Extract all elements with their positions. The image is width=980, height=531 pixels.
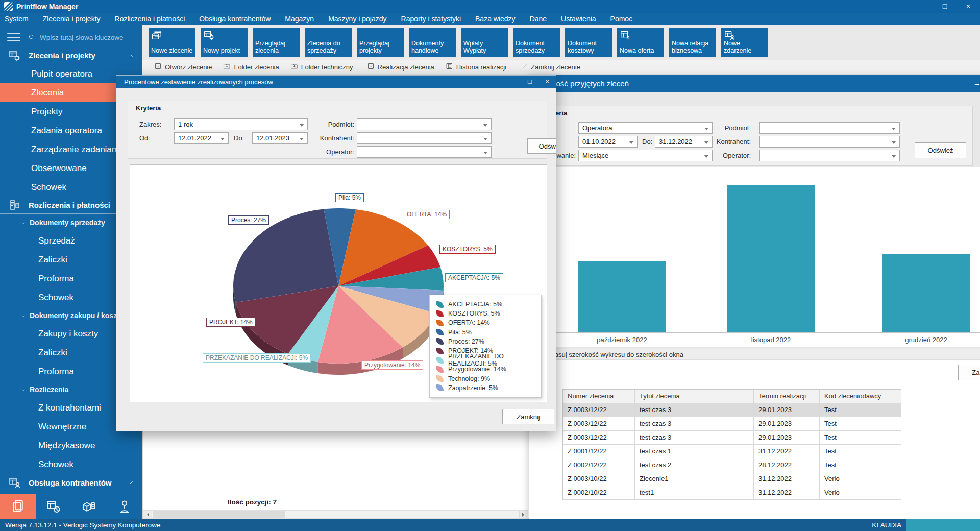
minimize-button[interactable]: – bbox=[504, 76, 521, 88]
date-to-picker[interactable]: 12.01.2023 bbox=[252, 132, 308, 144]
menu-item-pomoc[interactable]: Pomoc bbox=[603, 13, 640, 25]
kontrahent-dropdown[interactable] bbox=[760, 136, 900, 148]
list-icon bbox=[446, 62, 453, 71]
operator-dropdown[interactable] bbox=[760, 150, 900, 161]
search-icon bbox=[28, 33, 36, 41]
refresh-button[interactable]: Odśwież bbox=[527, 138, 556, 154]
toolbar-button-nowe-zlecenie[interactable]: Nowe zlecenie bbox=[149, 28, 195, 57]
toolbar-button-wpłaty-wypłaty[interactable]: Wpłaty Wypłaty bbox=[461, 28, 508, 57]
close-button[interactable]: × bbox=[957, 0, 980, 13]
action-zamknij-zlecenie[interactable]: Zamknij zlecenie bbox=[514, 60, 586, 74]
table-cell: Test bbox=[820, 445, 901, 458]
hamburger-icon[interactable] bbox=[7, 31, 20, 44]
bar-category-label: październik 2022 bbox=[578, 336, 666, 344]
scrollbar-thumb[interactable] bbox=[153, 511, 285, 518]
sidebar-footer-planning-icon[interactable] bbox=[36, 494, 71, 519]
table-cell: test czas 3 bbox=[635, 417, 754, 431]
table-cell: Z 0002/10/22 bbox=[563, 486, 635, 500]
toolbar-button-nowa-relacja-biznesowa[interactable]: Nowa relacja biznesowa bbox=[669, 28, 716, 57]
menu-item-rozliczenia-i-płatności[interactable]: Rozliczenia i płatności bbox=[108, 13, 192, 25]
toolbar-button-dokument-kosztowy[interactable]: Dokument kosztowy bbox=[565, 28, 612, 57]
pie-label-proces: Proces: 27% bbox=[228, 215, 269, 225]
items-count-label: Ilość pozycji: 7 bbox=[209, 498, 296, 506]
podmiot-dropdown[interactable] bbox=[357, 118, 492, 130]
toolbar-button-dokument-sprzedaży[interactable]: Dokument sprzedaży bbox=[513, 28, 560, 57]
scroll-left-button[interactable] bbox=[143, 511, 152, 518]
table-row[interactable]: Z 0002/10/22test131.12.2022Verlo bbox=[563, 486, 901, 500]
bar-category-label: grudzień 2022 bbox=[882, 336, 970, 344]
sidebar-section-zlecenia-i-projekty[interactable]: Zlecenia i projekty bbox=[0, 47, 142, 64]
close-icon[interactable]: × bbox=[538, 76, 556, 88]
toolbar-button-przeglądaj-zlecenia[interactable]: Przeglądaj zlecenia bbox=[253, 28, 300, 57]
date-from-picker[interactable]: 12.01.2022 bbox=[174, 132, 229, 144]
action-realizacja-zlecenia[interactable]: Realizacja zlecenia bbox=[361, 60, 440, 74]
toolbar-button-nowa-oferta[interactable]: $Nowa oferta bbox=[617, 28, 664, 57]
action-folder-zlecenia[interactable]: Folder zlecenia bbox=[217, 60, 284, 74]
sidebar-section-obsługa-kontrahentów[interactable]: Obsługa kontrahentów bbox=[0, 474, 142, 491]
table-row[interactable]: Z 0003/12/22test czas 329.01.2023Test bbox=[563, 431, 901, 445]
toolbar-button-dokumenty-handlowe[interactable]: Dokumenty handlowe bbox=[409, 28, 456, 57]
items-count-bar: Ilość pozycji: 7 bbox=[143, 496, 556, 509]
table-row[interactable]: Z 0001/12/22test czas 131.12.2022Test bbox=[563, 445, 901, 458]
scroll-right-button[interactable] bbox=[519, 511, 528, 518]
close-window-button[interactable]: Zamknij bbox=[958, 365, 980, 380]
zakres-dropdown[interactable]: 1 rok bbox=[174, 118, 308, 130]
grouping-dropdown[interactable]: Miesiące bbox=[578, 150, 713, 161]
order-actions-toolbar: Otwórz zlecenieFolder zleceniaFolder tec… bbox=[142, 60, 980, 74]
menu-item-dane[interactable]: Dane bbox=[523, 13, 554, 25]
menu-item-obsługa-kontrahentów[interactable]: Obsługa kontrahentów bbox=[192, 13, 278, 25]
folder-minus-icon bbox=[223, 62, 231, 71]
table-cell: Z 0001/12/22 bbox=[563, 445, 635, 458]
accepted-orders-title: Ilość przyjętych zleceń bbox=[552, 79, 629, 88]
sidebar-footer-documents-icon[interactable] bbox=[0, 494, 36, 519]
action-historia-realizacji[interactable]: Historia realizacji bbox=[440, 60, 512, 74]
menu-item-maszyny-i-pojazdy[interactable]: Maszyny i pojazdy bbox=[321, 13, 394, 25]
close-dialog-button[interactable]: Zamknij bbox=[502, 409, 554, 424]
table-row[interactable]: Z 0003/12/22test czas 329.01.2023Test bbox=[563, 403, 901, 417]
action-otwórz-zlecenie[interactable]: Otwórz zlecenie bbox=[149, 60, 217, 74]
minimize-button[interactable]: – bbox=[910, 0, 933, 13]
table-cell: 28.12.2022 bbox=[754, 458, 820, 472]
operator-label: Operator: bbox=[707, 152, 751, 159]
column-header[interactable]: Termin realizacji bbox=[754, 390, 820, 403]
menu-item-baza-wiedzy[interactable]: Baza wiedzy bbox=[468, 13, 523, 25]
menu-item-raporty-i-statystyki[interactable]: Raporty i statystyki bbox=[394, 13, 468, 25]
minimize-button[interactable]: – bbox=[966, 79, 980, 88]
date-to-picker[interactable]: 31.12.2022 bbox=[655, 136, 713, 148]
menu-item-system[interactable]: System bbox=[0, 13, 36, 25]
sidebar-footer-presentation-icon[interactable] bbox=[107, 494, 142, 519]
toolbar-button-przeglądaj-projekty[interactable]: Przeglądaj projekty bbox=[357, 28, 404, 57]
check-icon bbox=[520, 62, 528, 71]
report-mode-dropdown[interactable]: Operatora bbox=[578, 122, 713, 134]
orders-table: Numer zleceniaTytuł zleceniaTermin reali… bbox=[562, 389, 901, 500]
table-row[interactable]: Z 0003/12/22test czas 329.01.2023Test bbox=[563, 417, 901, 431]
toolbar-button-zlecenia-do-sprzedaży[interactable]: Zlecenia do sprzedaży bbox=[305, 28, 352, 57]
column-header[interactable]: Tytuł zlecenia bbox=[635, 390, 754, 403]
podmiot-dropdown[interactable] bbox=[760, 122, 900, 134]
operator-dropdown[interactable] bbox=[357, 146, 492, 158]
sidebar-item-schowek[interactable]: Schowek bbox=[0, 455, 142, 474]
table-row[interactable]: Z 0003/10/22Zlecenie131.12.2022Verlo bbox=[563, 472, 901, 486]
chevron-down-icon bbox=[20, 220, 26, 226]
legend-swatch bbox=[436, 366, 444, 373]
sidebar-footer-warehouse-icon[interactable] bbox=[71, 494, 107, 519]
date-from-picker[interactable]: 01.10.2022 bbox=[578, 136, 638, 148]
refresh-button[interactable]: Odśwież bbox=[915, 142, 966, 158]
column-header[interactable]: Kod zleceniodawcy bbox=[820, 390, 901, 403]
action-folder-techniczny[interactable]: Folder techniczny bbox=[285, 60, 359, 74]
toolbar-button-nowe-zdarzenie[interactable]: Nowe zdarzenie bbox=[721, 28, 768, 57]
column-header[interactable]: Numer zlecenia bbox=[563, 390, 635, 403]
sidebar-item-międzykasowe[interactable]: Międzykasowe bbox=[0, 436, 142, 455]
menu-item-zlecenia-i-projekty[interactable]: Zlecenia i projekty bbox=[36, 13, 108, 25]
horizontal-scrollbar[interactable] bbox=[143, 510, 528, 519]
maximize-button[interactable]: □ bbox=[521, 76, 538, 88]
svg-text:$: $ bbox=[627, 35, 629, 40]
table-row[interactable]: Z 0002/12/22test czas 228.12.2022Test bbox=[563, 458, 901, 472]
kontrahent-dropdown[interactable] bbox=[357, 132, 492, 144]
menu-item-ustawienia[interactable]: Ustawienia bbox=[554, 13, 603, 25]
maximize-button[interactable]: □ bbox=[933, 0, 957, 13]
payments-icon bbox=[8, 199, 20, 211]
menu-item-magazyn[interactable]: Magazyn bbox=[278, 13, 321, 25]
search-input[interactable] bbox=[40, 34, 127, 41]
toolbar-button-nowy-projekt[interactable]: Nowy projekt bbox=[201, 28, 248, 57]
